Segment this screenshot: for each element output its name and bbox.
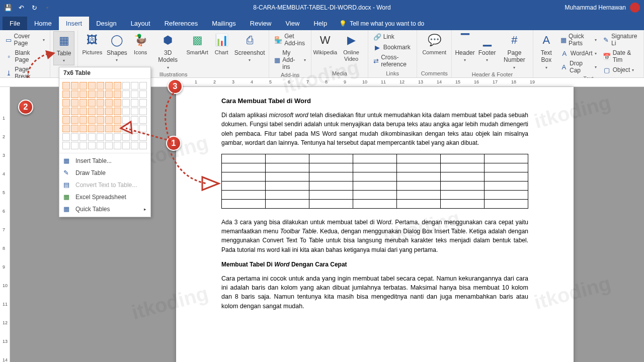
- grid-cell[interactable]: [71, 99, 78, 107]
- table-cell[interactable]: [222, 163, 266, 172]
- grid-cell[interactable]: [114, 108, 121, 115]
- signature-line-button[interactable]: ✎Signature Li: [602, 32, 639, 47]
- table-cell[interactable]: [397, 163, 441, 172]
- grid-cell[interactable]: [62, 108, 70, 115]
- grid-cell[interactable]: [62, 116, 70, 124]
- grid-cell[interactable]: [88, 142, 96, 149]
- grid-cell[interactable]: [131, 125, 138, 132]
- grid-cell[interactable]: [71, 108, 78, 115]
- grid-cell[interactable]: [114, 90, 121, 98]
- grid-cell[interactable]: [79, 116, 87, 124]
- grid-cell[interactable]: [88, 108, 96, 115]
- grid-cell[interactable]: [88, 133, 96, 141]
- grid-cell[interactable]: [71, 116, 78, 124]
- grid-cell[interactable]: [71, 90, 78, 98]
- qat-more-icon[interactable]: ▾: [43, 4, 51, 12]
- grid-cell[interactable]: [105, 142, 113, 149]
- table-cell[interactable]: [353, 190, 397, 199]
- grid-cell[interactable]: [97, 133, 104, 141]
- user-avatar[interactable]: [630, 3, 640, 13]
- grid-cell[interactable]: [122, 108, 130, 115]
- inserted-table[interactable]: [221, 154, 528, 209]
- table-cell[interactable]: [266, 181, 309, 190]
- table-cell[interactable]: [309, 172, 353, 181]
- table-cell[interactable]: [485, 163, 528, 172]
- cross-reference-button[interactable]: ⇄Cross-reference: [372, 53, 413, 68]
- table-cell[interactable]: [441, 172, 485, 181]
- screenshot-button[interactable]: ⎙Screenshot▾: [233, 31, 266, 64]
- smartart-button[interactable]: ▩SmartArt: [185, 31, 209, 57]
- grid-cell[interactable]: [131, 133, 138, 141]
- table-cell[interactable]: [485, 154, 528, 163]
- table-cell[interactable]: [222, 190, 266, 199]
- table-cell[interactable]: [309, 154, 353, 163]
- table-cell[interactable]: [309, 181, 353, 190]
- get-addins-button[interactable]: 🏪Get Add-ins: [273, 32, 307, 47]
- bookmark-button[interactable]: ▶Bookmark: [372, 43, 413, 52]
- my-addins-button[interactable]: ▦My Add-ins ▾: [273, 49, 307, 71]
- table-cell[interactable]: [353, 181, 397, 190]
- grid-cell[interactable]: [79, 82, 87, 89]
- grid-cell[interactable]: [122, 82, 130, 89]
- grid-cell[interactable]: [88, 82, 96, 89]
- grid-cell[interactable]: [105, 108, 113, 115]
- grid-cell[interactable]: [79, 125, 87, 132]
- table-cell[interactable]: [222, 154, 266, 163]
- wordart-button[interactable]: AWordArt▾: [559, 49, 598, 58]
- grid-cell[interactable]: [114, 125, 121, 132]
- grid-cell[interactable]: [97, 82, 104, 89]
- date-time-button[interactable]: 📅Date & Tim: [602, 49, 639, 64]
- table-cell[interactable]: [222, 172, 266, 181]
- table-cell[interactable]: [441, 181, 485, 190]
- vertical-ruler[interactable]: 1234567891011121314: [0, 87, 10, 362]
- online-video-button[interactable]: ▶Online Video: [338, 31, 364, 63]
- table-cell[interactable]: [222, 181, 266, 190]
- grid-cell[interactable]: [79, 90, 87, 98]
- grid-cell[interactable]: [97, 108, 104, 115]
- table-cell[interactable]: [397, 181, 441, 190]
- table-cell[interactable]: [397, 154, 441, 163]
- grid-cell[interactable]: [131, 99, 138, 107]
- table-cell[interactable]: [266, 199, 309, 208]
- tab-home[interactable]: Home: [27, 17, 59, 30]
- grid-cell[interactable]: [114, 142, 121, 149]
- tab-design[interactable]: Design: [89, 17, 123, 30]
- table-cell[interactable]: [266, 190, 309, 199]
- 3d-models-button[interactable]: ⬢3D Models▾: [152, 31, 183, 71]
- table-cell[interactable]: [309, 163, 353, 172]
- link-button[interactable]: 🔗Link: [372, 32, 413, 41]
- grid-cell[interactable]: [97, 99, 104, 107]
- object-button[interactable]: ▢Object▾: [602, 65, 639, 74]
- grid-cell[interactable]: [105, 125, 113, 132]
- grid-cell[interactable]: [88, 125, 96, 132]
- grid-cell[interactable]: [105, 90, 113, 98]
- table-cell[interactable]: [353, 163, 397, 172]
- grid-cell[interactable]: [71, 125, 78, 132]
- grid-cell[interactable]: [62, 82, 70, 89]
- grid-cell[interactable]: [139, 99, 147, 107]
- popup-menu-item[interactable]: ▦Insert Table...: [59, 155, 150, 167]
- grid-cell[interactable]: [131, 116, 138, 124]
- chart-button[interactable]: 📊Chart: [211, 31, 231, 57]
- comment-button[interactable]: 💬Comment: [420, 31, 448, 57]
- grid-cell[interactable]: [139, 82, 147, 89]
- grid-cell[interactable]: [114, 133, 121, 141]
- grid-cell[interactable]: [114, 99, 121, 107]
- grid-cell[interactable]: [139, 108, 147, 115]
- table-cell[interactable]: [309, 190, 353, 199]
- grid-cell[interactable]: [122, 142, 130, 149]
- grid-cell[interactable]: [62, 142, 70, 149]
- shapes-button[interactable]: ◯Shapes▾: [106, 31, 129, 64]
- popup-menu-item[interactable]: ▦Excel Spreadsheet: [59, 191, 150, 203]
- table-button[interactable]: ▦ Table▾: [53, 31, 74, 65]
- grid-cell[interactable]: [139, 90, 147, 98]
- tab-insert[interactable]: Insert: [59, 17, 90, 30]
- popup-menu-item[interactable]: ✎Draw Table: [59, 167, 150, 179]
- tell-me-search[interactable]: 💡 Tell me what you want to do: [334, 17, 429, 30]
- popup-menu-item[interactable]: ▦Quick Tables▸: [59, 203, 150, 215]
- footer-button[interactable]: ▁Footer▾: [477, 31, 497, 64]
- icons-button[interactable]: 🦆Icons: [130, 31, 150, 57]
- grid-cell[interactable]: [79, 99, 87, 107]
- grid-cell[interactable]: [97, 125, 104, 132]
- grid-cell[interactable]: [71, 133, 78, 141]
